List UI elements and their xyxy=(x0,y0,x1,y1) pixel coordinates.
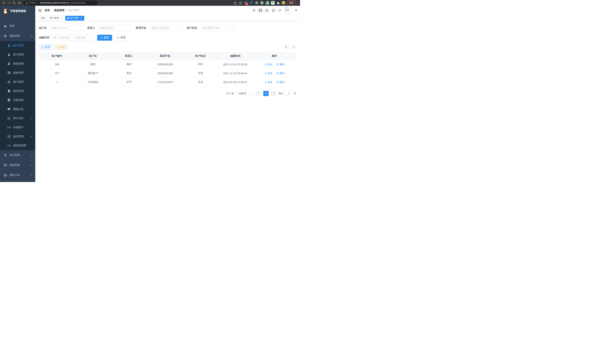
svg-text:?: ? xyxy=(266,9,267,11)
tenant-name-input[interactable] xyxy=(49,25,82,31)
sidebar-item-tenant[interactable]: 租户管理 xyxy=(0,41,35,50)
extension-emoji-icon[interactable] xyxy=(282,1,285,5)
refresh-table-button[interactable] xyxy=(291,45,296,50)
browser-home-button[interactable] xyxy=(17,0,22,5)
breadcrumb-home[interactable]: 首页 xyxy=(45,9,50,12)
create-time-range-picker[interactable]: - xyxy=(52,35,94,41)
user-avatar[interactable] xyxy=(285,7,292,14)
sidebar-menu: 首页 系统管理 租户管理 xyxy=(0,16,35,180)
bookmark-star-icon[interactable] xyxy=(239,1,242,5)
add-button[interactable]: 新增 xyxy=(39,44,52,50)
sidebar-item-user[interactable]: 用户管理 xyxy=(0,50,35,59)
browser-menu-kebab-icon[interactable] xyxy=(295,2,296,4)
sidebar-item-notice[interactable]: 通知公告 xyxy=(0,105,35,114)
mobile-input[interactable] xyxy=(149,25,181,31)
contact-input[interactable] xyxy=(98,25,130,31)
active-tab-dot xyxy=(67,18,69,19)
start-date-input[interactable] xyxy=(57,36,71,39)
tab-close-icon[interactable]: × xyxy=(80,17,82,19)
sidebar-toggle-hamburger-icon[interactable] xyxy=(38,9,42,12)
header-search-icon[interactable] xyxy=(252,9,256,12)
tab-tenant[interactable]: 租户管理 × xyxy=(65,16,84,21)
tenant-table: 租户编号 租户名 联系人 联系手机 租户状态 创建时间 操作 108 测试 测试 xyxy=(39,52,296,87)
github-icon[interactable] xyxy=(259,9,262,12)
sidebar-item-infrastructure[interactable]: 基础设施 xyxy=(0,160,35,170)
share-icon[interactable] xyxy=(233,1,237,5)
delete-link[interactable]: 删除 xyxy=(276,81,284,84)
help-doc-icon[interactable]: ? xyxy=(265,9,269,12)
svg-text:T: T xyxy=(278,10,279,12)
next-page-button[interactable] xyxy=(271,91,276,96)
page-size-select[interactable]: 10条/页 xyxy=(236,91,253,96)
export-button[interactable]: 导出 xyxy=(54,44,67,50)
browser-reload-button[interactable] xyxy=(12,0,17,5)
edit-pencil-icon xyxy=(264,72,267,75)
extension-green-dot-icon[interactable] xyxy=(260,1,264,5)
extension-blue-diamond-icon[interactable]: 10 xyxy=(244,1,248,5)
pagination: 共 3 条 10条/页 1 前往 页 xyxy=(39,91,296,96)
breadcrumb-system[interactable]: 系统管理 xyxy=(54,9,64,12)
breadcrumb: 首页 / 系统管理 / 租户管理 xyxy=(45,9,79,12)
search-icon xyxy=(100,36,103,39)
table-row: 108 测试 测试 15601691300 关闭 2021-12-14 21:0… xyxy=(39,60,296,69)
toggle-search-button[interactable] xyxy=(284,45,289,50)
browser-toolbar: 不安全 dashboard.yudao.iocoder.cn/system/te… xyxy=(0,0,300,6)
tab-close-icon[interactable]: × xyxy=(60,17,63,19)
font-size-icon[interactable]: TT xyxy=(278,9,282,12)
edit-link[interactable]: 修改 xyxy=(264,72,272,75)
sms-shield-icon xyxy=(7,135,10,138)
sidebar-item-menu[interactable]: 菜单管理 xyxy=(0,68,35,77)
page-number-1[interactable]: 1 xyxy=(263,91,269,96)
sidebar-item-error-code[interactable]: 错误码管理 xyxy=(0,141,35,150)
sidebar: 芋道管理系统 首页 系统管理 xyxy=(0,6,35,182)
sidebar-item-audit-log[interactable]: 审计日志 xyxy=(0,114,35,123)
sidebar-item-home[interactable]: 首页 xyxy=(0,21,35,31)
table-header-row: 租户编号 租户名 联系人 联系手机 租户状态 创建时间 操作 xyxy=(39,52,296,60)
sidebar-item-dept[interactable]: 部门管理 xyxy=(0,77,35,86)
delete-link[interactable]: 删除 xyxy=(276,72,284,75)
browser-forward-button[interactable] xyxy=(7,0,11,5)
extension-command-icon[interactable]: ⌘ xyxy=(255,1,258,5)
logo-rabbit-image xyxy=(2,8,8,14)
reset-button[interactable]: 重置 xyxy=(114,35,129,41)
sidebar-item-system[interactable]: 系统管理 xyxy=(0,31,35,41)
prev-page-button[interactable] xyxy=(256,91,261,96)
refresh-icon xyxy=(292,46,295,49)
system-submenu: 租户管理 用户管理 角色管理 xyxy=(0,41,35,150)
search-button[interactable]: 搜索 xyxy=(97,35,112,41)
sidebar-item-post[interactable]: 岗位管理 xyxy=(0,86,35,95)
status-select[interactable]: 请选择租户状态 xyxy=(200,25,234,31)
extension-balloon-icon[interactable] xyxy=(249,1,253,5)
tab-dept[interactable]: 部门管理 × xyxy=(48,16,64,21)
audit-log-icon xyxy=(7,117,10,120)
extensions-puzzle-icon[interactable] xyxy=(276,1,280,5)
user-icon xyxy=(7,53,10,56)
sidebar-item-dict[interactable]: 字典管理 xyxy=(0,95,35,105)
fullscreen-icon[interactable] xyxy=(272,9,275,12)
security-label[interactable]: 不安全 xyxy=(29,1,36,4)
col-created: 创建时间 xyxy=(218,52,253,60)
tab-home[interactable]: 首页 xyxy=(39,16,47,21)
edit-pencil-icon xyxy=(264,81,267,83)
sidebar-item-dev-tools[interactable]: 研发工具 xyxy=(0,170,35,180)
address-bar[interactable]: 不安全 dashboard.yudao.iocoder.cn/system/te… xyxy=(23,1,98,5)
extension-chat-icon[interactable] xyxy=(271,1,275,5)
sidebar-item-sms[interactable]: 短信管理 xyxy=(0,132,35,141)
edit-link[interactable]: 修改 xyxy=(264,81,272,84)
avatar-dropdown-caret-icon[interactable] xyxy=(295,10,297,11)
browser-back-button[interactable] xyxy=(1,0,6,5)
goto-page-input[interactable] xyxy=(285,91,292,96)
edit-link[interactable]: 修改 xyxy=(264,63,272,66)
plus-icon xyxy=(42,46,44,48)
delete-link[interactable]: 删除 xyxy=(276,63,284,66)
end-date-input[interactable] xyxy=(74,36,87,39)
col-tenant-id: 租户编号 xyxy=(39,52,75,60)
chevron-up-icon xyxy=(31,36,33,37)
sidebar-item-online-user[interactable]: 在线用户 xyxy=(0,123,35,132)
search-icon xyxy=(285,46,288,49)
browser-update-button[interactable]: 更新 xyxy=(287,0,298,5)
sidebar-item-role[interactable]: 角色管理 xyxy=(0,59,35,68)
infrastructure-icon xyxy=(4,164,7,167)
extension-y-icon[interactable]: y xyxy=(265,1,269,5)
sidebar-item-payment[interactable]: 支付管理 xyxy=(0,150,35,160)
